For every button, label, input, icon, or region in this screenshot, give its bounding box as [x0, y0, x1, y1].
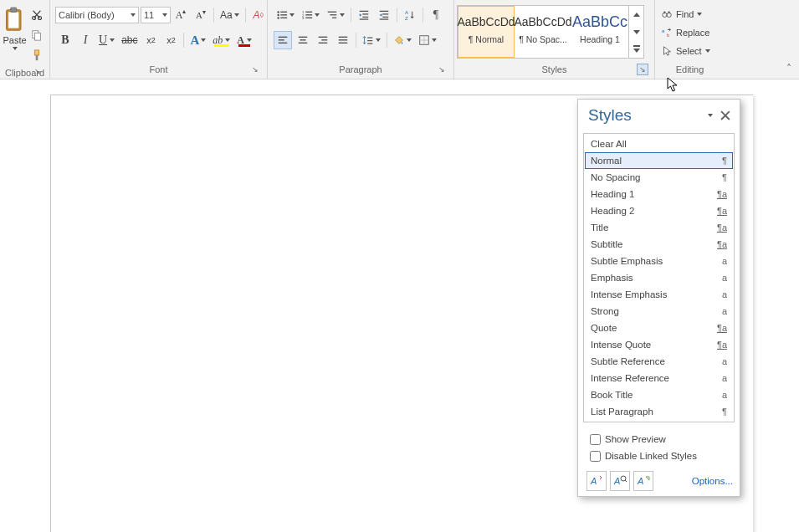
- show-preview-checkbox[interactable]: Show Preview: [586, 431, 731, 448]
- cut-button[interactable]: [28, 6, 46, 24]
- show-hide-button[interactable]: ¶: [427, 6, 445, 24]
- style-item-intense-emphasis[interactable]: Intense Emphasisa: [585, 286, 733, 303]
- strikethrough-button[interactable]: abc: [119, 31, 140, 49]
- paste-button[interactable]: Paste: [3, 5, 27, 60]
- disable-linked-styles-checkbox[interactable]: Disable Linked Styles: [586, 448, 731, 464]
- replace-icon: ab: [661, 27, 673, 38]
- font-launcher[interactable]: ↘: [249, 64, 261, 75]
- select-button[interactable]: Select: [658, 42, 714, 60]
- group-clipboard: Paste: [0, 0, 50, 79]
- style-item-strong[interactable]: Stronga: [585, 303, 733, 320]
- format-painter-button[interactable]: [28, 46, 46, 64]
- style-card-heading1[interactable]: AaBbCc Heading 1: [571, 6, 628, 58]
- style-item-title[interactable]: Title¶a: [585, 219, 733, 236]
- svg-rect-38: [300, 39, 306, 40]
- svg-rect-35: [279, 39, 284, 40]
- sort-icon: AZ: [404, 9, 416, 21]
- svg-point-13: [277, 17, 279, 18]
- svg-rect-55: [668, 12, 670, 14]
- shrink-font-button[interactable]: A▾: [192, 6, 210, 24]
- justify-button[interactable]: [334, 31, 352, 49]
- find-button[interactable]: Find: [658, 5, 705, 23]
- svg-rect-22: [330, 14, 336, 15]
- paragraph-launcher[interactable]: ↘: [436, 64, 448, 75]
- font-size-value: 11: [144, 10, 154, 20]
- style-item-normal[interactable]: Normal¶: [585, 152, 733, 169]
- bullets-button[interactable]: [274, 6, 297, 24]
- paste-dropdown-icon: [13, 47, 18, 50]
- styles-group-label: Styles: [542, 64, 567, 74]
- change-case-button[interactable]: Aa: [218, 6, 242, 24]
- group-font: Calibri (Body) 11 A▴ A▾ Aa A◊ B I U abc: [50, 0, 268, 79]
- shading-button[interactable]: [391, 31, 414, 49]
- style-item-list-paragraph[interactable]: List Paragraph¶: [585, 403, 733, 420]
- styles-launcher[interactable]: ↘: [637, 64, 648, 75]
- bucket-icon: [393, 34, 405, 46]
- style-card-normal[interactable]: AaBbCcDd ¶ Normal: [458, 6, 515, 58]
- decrease-indent-button[interactable]: [355, 6, 373, 24]
- align-right-button[interactable]: [314, 31, 332, 49]
- style-item-subtle-emphasis[interactable]: Subtle Emphasisa: [585, 253, 733, 269]
- numbering-button[interactable]: 123: [299, 6, 322, 24]
- style-item-quote[interactable]: Quote¶a: [585, 320, 733, 336]
- line-spacing-button[interactable]: [360, 31, 383, 49]
- styles-row-down[interactable]: [629, 23, 643, 41]
- svg-rect-23: [332, 18, 336, 18]
- grow-font-button[interactable]: A▴: [172, 6, 190, 24]
- style-item-heading-2[interactable]: Heading 2¶a: [585, 202, 733, 219]
- styles-pane-list: Clear All Normal¶No Spacing¶Heading 1¶aH…: [583, 133, 735, 422]
- styles-pane-close[interactable]: ✕: [720, 110, 731, 121]
- superscript-button[interactable]: x2: [161, 31, 180, 49]
- copy-icon: [31, 29, 43, 41]
- clipboard-launcher[interactable]: ↘: [32, 65, 44, 77]
- underline-button[interactable]: U: [96, 31, 117, 49]
- increase-indent-button[interactable]: [375, 6, 393, 24]
- clear-formatting-button[interactable]: A◊: [249, 6, 268, 24]
- manage-styles-button[interactable]: A: [633, 471, 653, 491]
- style-item-subtitle[interactable]: Subtitle¶a: [585, 236, 733, 253]
- style-item-subtle-reference[interactable]: Subtle Referencea: [585, 353, 733, 370]
- svg-rect-40: [319, 37, 328, 38]
- styles-row-up[interactable]: [629, 6, 643, 23]
- collapse-ribbon-button[interactable]: ˄: [782, 62, 796, 75]
- multilevel-list-button[interactable]: [324, 6, 347, 24]
- copy-button[interactable]: [28, 26, 46, 44]
- align-left-icon: [277, 34, 289, 46]
- group-editing: Find ab Replace Select Editing: [655, 0, 725, 79]
- highlight-button[interactable]: ab: [210, 31, 233, 49]
- style-inspector-button[interactable]: A: [610, 471, 630, 491]
- justify-icon: [337, 34, 349, 46]
- styles-more[interactable]: [629, 40, 643, 58]
- font-size-combo[interactable]: 11: [141, 7, 171, 23]
- style-clear-all[interactable]: Clear All: [585, 136, 733, 152]
- svg-rect-39: [299, 43, 308, 43]
- align-left-button[interactable]: [274, 31, 292, 49]
- font-name-combo[interactable]: Calibri (Body): [55, 7, 139, 23]
- style-card-nospacing[interactable]: AaBbCcDd ¶ No Spac...: [515, 6, 571, 58]
- font-group-label: Font: [149, 64, 167, 74]
- font-color-button[interactable]: A: [234, 31, 254, 49]
- style-item-no-spacing[interactable]: No Spacing¶: [585, 169, 733, 186]
- italic-button[interactable]: I: [76, 31, 95, 49]
- sort-button[interactable]: AZ: [401, 6, 419, 24]
- svg-rect-18: [305, 14, 312, 15]
- style-item-intense-reference[interactable]: Intense Referencea: [585, 370, 733, 386]
- style-item-emphasis[interactable]: Emphasisa: [585, 269, 733, 286]
- svg-text:b: b: [667, 32, 670, 38]
- style-item-book-title[interactable]: Book Titlea: [585, 386, 733, 403]
- borders-button[interactable]: [416, 31, 439, 49]
- style-item-intense-quote[interactable]: Intense Quote¶a: [585, 336, 733, 353]
- svg-rect-26: [362, 17, 368, 18]
- subscript-button[interactable]: x2: [141, 31, 160, 49]
- styles-pane-menu[interactable]: [704, 110, 716, 121]
- replace-button[interactable]: ab Replace: [658, 23, 713, 42]
- styles-options-link[interactable]: Options...: [692, 476, 733, 486]
- svg-text:A: A: [613, 476, 620, 486]
- borders-icon: [418, 34, 430, 46]
- new-style-button[interactable]: A: [586, 471, 607, 491]
- align-center-button[interactable]: [294, 31, 312, 49]
- text-effects-button[interactable]: A: [187, 31, 208, 49]
- bold-button[interactable]: B: [56, 31, 74, 49]
- style-item-heading-1[interactable]: Heading 1¶a: [585, 186, 733, 202]
- svg-text:A: A: [405, 9, 409, 15]
